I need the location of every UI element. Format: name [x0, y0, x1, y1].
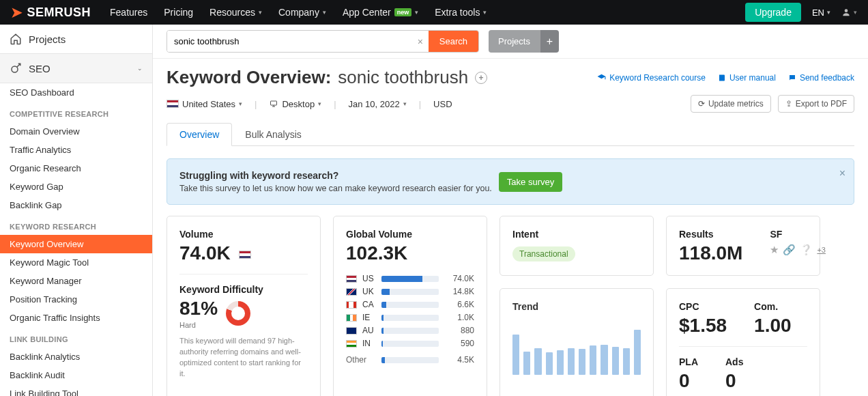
flag-us-icon — [167, 100, 179, 108]
language-switcher[interactable]: EN▾ — [812, 8, 830, 18]
nav-extra-tools[interactable]: Extra tools▾ — [435, 7, 487, 18]
card-volume: Volume 74.0K Keyword Difficulty 81% Hard… — [167, 216, 321, 396]
brand-text: SEMRUSH — [27, 5, 91, 20]
nav-resources[interactable]: Resources▾ — [209, 7, 262, 18]
add-keyword-button[interactable]: + — [475, 72, 487, 84]
sidebar-keyword-magic-tool[interactable]: Keyword Magic Tool — [0, 253, 152, 272]
gv-bar — [381, 276, 439, 282]
link-course[interactable]: Keyword Research course — [597, 73, 706, 83]
sidebar-seo[interactable]: SEO ⌄ — [0, 54, 152, 83]
gv-cc: AU — [362, 326, 376, 335]
nav-app-center[interactable]: App Centernew▾ — [343, 7, 418, 18]
gv-value: 14.8K — [444, 287, 474, 296]
tab-overview[interactable]: Overview — [167, 123, 232, 146]
sidebar-projects[interactable]: Projects — [0, 25, 152, 54]
search-field-wrap: × Search — [167, 30, 479, 53]
search-bar: × Search Projects + — [153, 25, 868, 59]
flag-icon — [346, 301, 357, 309]
book-icon — [718, 74, 726, 82]
kd-donut-icon — [226, 301, 250, 326]
target-icon — [10, 62, 22, 74]
refresh-icon: ⟳ — [698, 99, 705, 109]
com-label: Com. — [754, 301, 792, 312]
intent-value: Transactional — [512, 246, 575, 261]
sidebar-seo-dashboard[interactable]: SEO Dashboard — [0, 83, 152, 102]
com-value: 1.00 — [754, 315, 792, 337]
sidebar-seo-label: SEO — [29, 63, 50, 74]
flag-icon — [346, 327, 357, 335]
trend-label: Trend — [512, 301, 641, 312]
gv-cc: UK — [362, 287, 376, 296]
sidebar-domain-overview[interactable]: Domain Overview — [0, 122, 152, 141]
gv-cc: CA — [362, 300, 376, 309]
clear-icon[interactable]: × — [412, 31, 429, 52]
chevron-down-icon: ▾ — [854, 9, 857, 16]
link-feedback[interactable]: Send feedback — [788, 73, 854, 83]
tabs: Overview Bulk Analysis — [167, 122, 854, 146]
sidebar: Projects SEO ⌄ SEO Dashboard COMPETITIVE… — [0, 25, 153, 396]
trend-bar — [601, 345, 607, 375]
survey-banner: Struggling with keyword research? Take t… — [167, 158, 854, 205]
ads-label: Ads — [725, 356, 743, 367]
chevron-down-icon: ▾ — [259, 9, 262, 16]
close-icon[interactable]: × — [839, 167, 845, 180]
volume-value: 74.0K — [179, 242, 308, 264]
filter-date[interactable]: Jan 10, 2022▾ — [349, 99, 407, 109]
flag-icon — [346, 314, 357, 322]
chevron-down-icon: ⌄ — [137, 65, 143, 72]
export-pdf-button[interactable]: ⇪Export to PDF — [778, 95, 854, 113]
card-cpc: CPC $1.58 Com. 1.00 PLA 0 — [666, 288, 820, 396]
gv-row: IN590 — [346, 339, 474, 348]
sf-more[interactable]: +3 — [817, 246, 826, 254]
sidebar-backlink-audit[interactable]: Backlink Audit — [0, 366, 152, 384]
sidebar-organic-research[interactable]: Organic Research — [0, 159, 152, 178]
upgrade-button[interactable]: Upgrade — [745, 3, 801, 22]
sidebar-keyword-overview[interactable]: Keyword Overview — [0, 235, 152, 253]
add-project-button[interactable]: + — [540, 30, 559, 53]
gv-cc: US — [362, 274, 376, 283]
sidebar-position-tracking[interactable]: Position Tracking — [0, 290, 152, 309]
filter-device[interactable]: Desktop▾ — [269, 99, 321, 109]
sidebar-keyword-gap[interactable]: Keyword Gap — [0, 178, 152, 196]
pla-value: 0 — [679, 370, 698, 392]
user-menu[interactable]: ▾ — [841, 8, 857, 17]
sidebar-heading-competitive: COMPETITIVE RESEARCH — [0, 102, 152, 122]
update-metrics-button[interactable]: ⟳Update metrics — [691, 95, 771, 113]
sidebar-backlink-analytics[interactable]: Backlink Analytics — [0, 348, 152, 366]
link-manual[interactable]: User manual — [718, 73, 776, 83]
tab-bulk-analysis[interactable]: Bulk Analysis — [232, 123, 314, 146]
card-results-sf: Results 118.0M SF ★ 🔗 ❔ +3 — [666, 216, 820, 276]
brand-logo[interactable]: ➤ SEMRUSH — [11, 4, 91, 20]
gv-row: IE1.0K — [346, 313, 474, 322]
trend-bar — [612, 347, 619, 375]
chevron-down-icon: ▾ — [415, 9, 418, 16]
gv-bar — [381, 302, 439, 308]
sidebar-backlink-gap[interactable]: Backlink Gap — [0, 196, 152, 214]
gv-row: AU880 — [346, 326, 474, 335]
sidebar-traffic-analytics[interactable]: Traffic Analytics — [0, 141, 152, 159]
search-button[interactable]: Search — [429, 31, 478, 52]
banner-subtitle: Take this survey to let us know how we c… — [179, 184, 492, 193]
trend-bar — [512, 335, 519, 375]
gv-row: US74.0K — [346, 274, 474, 283]
filter-country[interactable]: United States▾ — [167, 99, 242, 109]
new-badge: new — [394, 8, 412, 16]
nav-company[interactable]: Company▾ — [278, 7, 326, 18]
top-nav: Features Pricing Resources▾ Company▾ App… — [110, 7, 745, 18]
trend-bar — [568, 348, 575, 375]
sf-label: SF — [770, 229, 826, 240]
gv-value: 74.0K — [444, 274, 474, 283]
nav-features[interactable]: Features — [110, 7, 147, 18]
gv-row: CA6.6K — [346, 300, 474, 309]
chevron-down-icon: ▾ — [323, 9, 326, 16]
nav-pricing[interactable]: Pricing — [164, 7, 193, 18]
projects-button[interactable]: Projects — [489, 30, 540, 53]
svg-point-0 — [845, 9, 848, 12]
take-survey-button[interactable]: Take survey — [499, 172, 562, 192]
keyword-search-input[interactable] — [167, 31, 412, 52]
sidebar-organic-traffic-insights[interactable]: Organic Traffic Insights — [0, 309, 152, 327]
sidebar-link-building-tool[interactable]: Link Building Tool — [0, 384, 152, 396]
sidebar-keyword-manager[interactable]: Keyword Manager — [0, 272, 152, 290]
cpc-value: $1.58 — [679, 315, 727, 337]
flag-icon — [346, 288, 357, 296]
